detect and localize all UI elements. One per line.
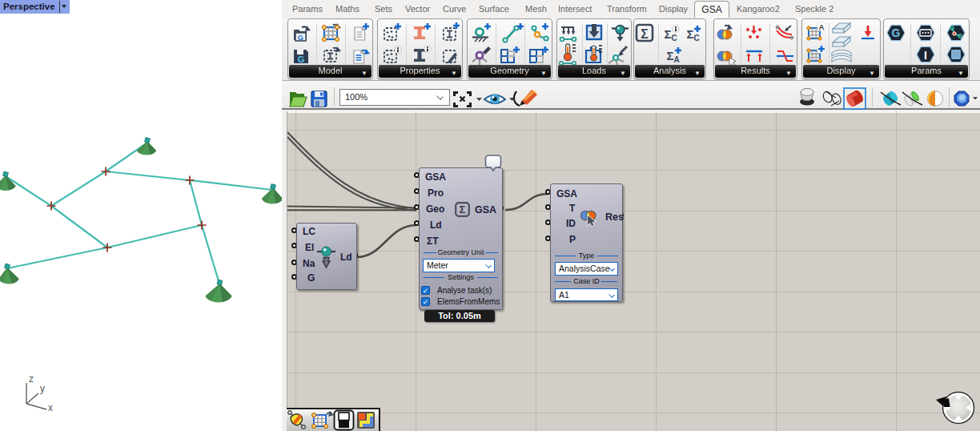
- svg-text:A: A: [673, 55, 679, 64]
- svg-text:x: x: [48, 402, 53, 413]
- svg-text:Σ: Σ: [666, 49, 673, 62]
- svg-text:z: z: [29, 373, 34, 385]
- svg-text:A: A: [819, 23, 825, 31]
- svg-text:Σ: Σ: [686, 27, 693, 41]
- svg-text:G: G: [298, 54, 305, 64]
- svg-text:Σ: Σ: [664, 27, 671, 41]
- svg-text:y: y: [40, 383, 45, 394]
- svg-text:Σ: Σ: [460, 203, 466, 216]
- svg-text:Σ: Σ: [641, 27, 649, 41]
- svg-text:G: G: [892, 26, 901, 39]
- svg-text:C: C: [671, 34, 677, 42]
- svg-text:I: I: [924, 49, 927, 62]
- svg-text:C: C: [693, 34, 699, 42]
- svg-text:G: G: [298, 33, 303, 42]
